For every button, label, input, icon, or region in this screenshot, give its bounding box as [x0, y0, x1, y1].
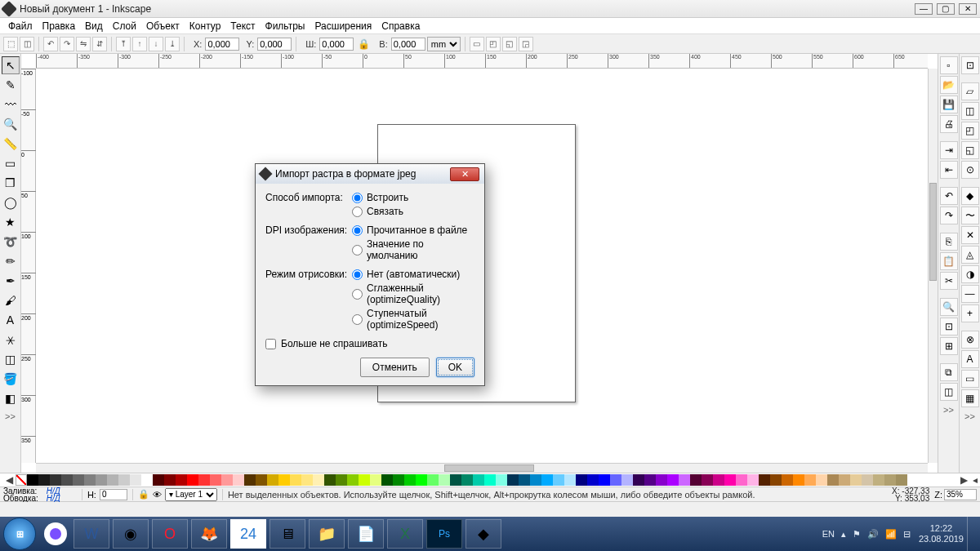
- swatch[interactable]: [221, 474, 233, 486]
- ellipse-tool-icon[interactable]: ◯: [2, 193, 20, 211]
- window-close[interactable]: ✕: [959, 3, 977, 15]
- gradient-tool-icon[interactable]: ◧: [2, 389, 20, 407]
- layer-selector[interactable]: ▾ Layer 1: [165, 488, 217, 501]
- snap-page-icon[interactable]: ▭: [961, 370, 979, 388]
- text-tool-icon[interactable]: A: [2, 311, 20, 329]
- rotate-ccw-icon[interactable]: ↶: [43, 37, 58, 51]
- pencil-tool-icon[interactable]: ✏: [2, 252, 20, 270]
- window-minimize[interactable]: —: [915, 3, 933, 15]
- menu-help[interactable]: Справка: [376, 19, 425, 33]
- pen-tool-icon[interactable]: ✒: [2, 272, 20, 290]
- export-icon[interactable]: ⇤: [940, 161, 958, 179]
- task-chrome-icon[interactable]: ◉: [113, 519, 149, 549]
- raise-top-icon[interactable]: ⤒: [116, 37, 131, 51]
- swatch[interactable]: [141, 474, 153, 486]
- zoom-input[interactable]: [944, 489, 977, 500]
- print-icon[interactable]: 🖨: [940, 115, 958, 133]
- swatch[interactable]: [210, 474, 221, 486]
- undo-icon[interactable]: ↶: [940, 187, 958, 205]
- cancel-button[interactable]: Отменить: [360, 358, 430, 377]
- snap-object-mid-icon[interactable]: +: [961, 304, 979, 322]
- swatch[interactable]: [96, 474, 107, 486]
- swatch[interactable]: [690, 474, 702, 486]
- swatch[interactable]: [599, 474, 610, 486]
- layer-lock-icon[interactable]: 🔒: [138, 489, 149, 500]
- snap-line-mid-icon[interactable]: —: [961, 285, 979, 303]
- palette-next-icon[interactable]: ▶: [958, 474, 970, 486]
- dialog-titlebar[interactable]: Импорт растра в формате jpeg ✕: [256, 164, 484, 184]
- palette-menu-icon[interactable]: ◂: [970, 474, 980, 486]
- swatch[interactable]: [839, 474, 850, 486]
- tray-chevron-icon[interactable]: ▴: [841, 529, 846, 540]
- swatch[interactable]: [244, 474, 256, 486]
- scrollbar-horizontal[interactable]: [36, 463, 928, 473]
- raise-icon[interactable]: ↑: [132, 37, 147, 51]
- swatch[interactable]: [519, 474, 530, 486]
- rect-tool-icon[interactable]: ▭: [2, 154, 20, 172]
- radio-dpi-default[interactable]: Значение по умолчанию: [352, 238, 474, 261]
- layer-visible-icon[interactable]: 👁: [153, 490, 162, 500]
- swatch[interactable]: [61, 474, 73, 486]
- tray-flag-icon[interactable]: ⚑: [853, 529, 861, 540]
- snap-cusp-icon[interactable]: ◬: [961, 246, 979, 264]
- swatch[interactable]: [621, 474, 633, 486]
- swatch[interactable]: [850, 474, 862, 486]
- radio-render-auto[interactable]: Нет (автоматически): [352, 269, 474, 280]
- sel-toggle-icon[interactable]: ◫: [20, 37, 34, 51]
- dialog-close-icon[interactable]: ✕: [450, 167, 479, 181]
- snap-other-icon[interactable]: ⊗: [961, 331, 979, 349]
- menu-filters[interactable]: Фильтры: [261, 19, 310, 33]
- swatch[interactable]: [656, 474, 667, 486]
- swatch[interactable]: [564, 474, 576, 486]
- swatch[interactable]: [427, 474, 439, 486]
- swatch[interactable]: [153, 474, 164, 486]
- lower-bottom-icon[interactable]: ⤓: [165, 37, 180, 51]
- swatch[interactable]: [439, 474, 450, 486]
- swatch[interactable]: [770, 474, 782, 486]
- swatch[interactable]: [130, 474, 141, 486]
- h-input[interactable]: [391, 38, 425, 51]
- swatch[interactable]: [118, 474, 130, 486]
- swatch[interactable]: [827, 474, 839, 486]
- swatch[interactable]: [324, 474, 336, 486]
- eraser-tool-icon[interactable]: ◫: [2, 350, 20, 368]
- opacity-input[interactable]: [100, 489, 127, 500]
- ok-button[interactable]: OK: [436, 358, 474, 377]
- box3d-tool-icon[interactable]: ❒: [2, 174, 20, 192]
- flip-h-icon[interactable]: ⇋: [76, 37, 91, 51]
- scale-pattern-icon[interactable]: ◲: [519, 37, 533, 51]
- toolbox-overflow[interactable]: >>: [5, 411, 16, 421]
- snap-center-icon[interactable]: ⊙: [961, 161, 979, 179]
- swatch[interactable]: [416, 474, 427, 486]
- swatch[interactable]: [541, 474, 553, 486]
- task-excel-icon[interactable]: X: [387, 519, 423, 549]
- swatch[interactable]: [84, 474, 96, 486]
- clone-icon[interactable]: ◫: [940, 383, 958, 401]
- swatch[interactable]: [804, 474, 816, 486]
- swatch[interactable]: [381, 474, 393, 486]
- menu-text[interactable]: Текст: [225, 19, 260, 33]
- swatch[interactable]: [301, 474, 313, 486]
- swatch[interactable]: [370, 474, 381, 486]
- tray-clock[interactable]: 12:22 23.08.2019: [919, 523, 964, 544]
- swatch[interactable]: [233, 474, 244, 486]
- task-notepad-icon[interactable]: 📄: [348, 519, 384, 549]
- zoom-tool-icon[interactable]: 🔍: [2, 115, 20, 133]
- swatch[interactable]: [576, 474, 587, 486]
- tray-action-icon[interactable]: ⊟: [903, 529, 911, 540]
- menu-extensions[interactable]: Расширения: [310, 19, 376, 33]
- swatch[interactable]: [702, 474, 713, 486]
- tweak-tool-icon[interactable]: 〰: [2, 96, 20, 113]
- radio-dpi-file[interactable]: Прочитанное в файле: [352, 224, 474, 236]
- radio-link[interactable]: Связать: [352, 206, 474, 217]
- rotate-cw-icon[interactable]: ↷: [60, 37, 74, 51]
- snap-grid-icon[interactable]: ▦: [961, 389, 979, 407]
- right-col1-overflow[interactable]: >>: [943, 405, 954, 415]
- swatch-none[interactable]: [16, 474, 27, 486]
- snap-smooth-icon[interactable]: ◑: [961, 265, 979, 283]
- swatch[interactable]: [27, 474, 38, 486]
- swatch[interactable]: [530, 474, 541, 486]
- ruler-horizontal[interactable]: -400-350-300-250-200-150-100-50050100150…: [36, 54, 928, 69]
- right-col2-overflow[interactable]: >>: [964, 411, 975, 421]
- lower-icon[interactable]: ↓: [149, 37, 163, 51]
